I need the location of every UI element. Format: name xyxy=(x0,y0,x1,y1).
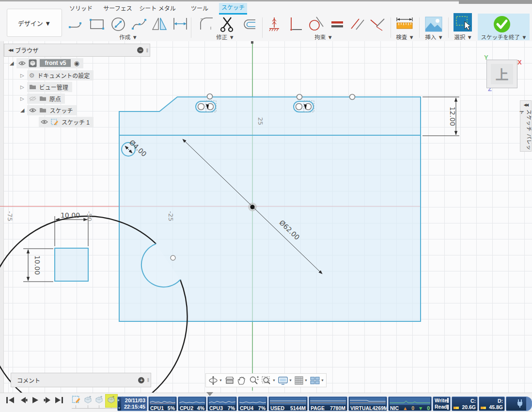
browser-item-label[interactable]: 原点 xyxy=(49,95,61,103)
collapsed-arrow-icon[interactable]: ▷ xyxy=(20,96,24,101)
panel-grip[interactable]: ‖ xyxy=(146,48,148,53)
timeline-feature-extrude-selected[interactable] xyxy=(107,395,116,406)
timeline-feature-sketch[interactable] xyxy=(72,395,81,406)
edge-point-3[interactable] xyxy=(350,95,355,100)
collapsed-arrow-icon[interactable]: ▷ xyxy=(20,73,24,78)
design-workspace-menu[interactable]: デザイン ▼ xyxy=(7,9,62,37)
timeline-feature-extrude[interactable] xyxy=(94,395,104,406)
dropdown-caret-icon[interactable]: ▼ xyxy=(219,379,222,382)
browser-item-sketches[interactable]: ◢ スケッチ xyxy=(20,105,77,115)
browser-item-label[interactable]: ドキュメントの設定 xyxy=(37,71,90,79)
small-square-profile[interactable] xyxy=(55,248,88,281)
navigation-bar: ▼ ▼ ▼ ▼ ▼ xyxy=(205,373,327,387)
browser-item-label[interactable]: front v5 xyxy=(40,59,71,67)
dropdown-caret-icon[interactable]: ▼ xyxy=(272,379,276,382)
spline-tool-button[interactable] xyxy=(130,16,149,33)
sketch-palette-tab[interactable]: ◀◀ スケッチ パレット xyxy=(520,100,532,152)
timeline-step-forward-button[interactable] xyxy=(43,396,54,404)
collinear-constraint-button[interactable] xyxy=(368,16,388,33)
viewcube[interactable]: 上 xyxy=(486,60,517,88)
finish-sketch-button[interactable] xyxy=(492,16,512,33)
zoom-button[interactable] xyxy=(249,376,259,385)
modify-dropdown[interactable]: 修正 ▼ xyxy=(206,33,245,40)
rectangle-tool-button[interactable] xyxy=(87,16,107,33)
timeline-go-to-end-button[interactable] xyxy=(55,396,65,404)
zoom-window-button[interactable]: ▼ xyxy=(261,376,276,385)
collapsed-arrow-icon[interactable]: ▷ xyxy=(20,84,24,90)
tangent-constraint-button[interactable] xyxy=(306,16,326,33)
viewports-button[interactable]: ▼ xyxy=(310,376,324,385)
page-label: PAGE xyxy=(311,405,325,411)
constraints-dropdown[interactable]: 拘束 ▼ xyxy=(304,33,343,40)
edge-point-2[interactable] xyxy=(297,95,302,100)
dropdown-caret-icon[interactable]: ▼ xyxy=(304,379,308,382)
add-comment-icon[interactable]: + xyxy=(138,377,144,383)
trim-tool-button[interactable] xyxy=(218,16,237,33)
insert-image-button[interactable] xyxy=(424,16,443,33)
slot-left-hole-1[interactable] xyxy=(198,104,204,110)
notch-center-point[interactable] xyxy=(171,255,175,260)
browser-item-component[interactable]: ◢ front v5 ◉ xyxy=(10,58,83,68)
minimize-browser-icon[interactable]: − xyxy=(137,47,143,53)
viewcube-top-face[interactable]: 上 xyxy=(491,64,513,84)
panel-grip[interactable]: ‖ xyxy=(147,377,149,383)
select-dropdown[interactable]: 選択 ▼ xyxy=(444,33,483,40)
browser-item-document-settings[interactable]: ▷ ⚙ ドキュメントの設定 xyxy=(20,70,94,80)
offset-tool-button[interactable] xyxy=(239,16,259,33)
browser-item-label[interactable]: スケッチ 1 xyxy=(62,118,90,126)
look-at-button[interactable] xyxy=(224,376,235,385)
grid-settings-button[interactable]: ▼ xyxy=(294,376,308,385)
tab-sketch[interactable]: スケッチ xyxy=(219,3,247,15)
fillet-tool-button[interactable] xyxy=(198,16,217,33)
dropdown-caret-icon[interactable]: ▼ xyxy=(289,379,292,382)
dropdown-caret-icon[interactable]: ▼ xyxy=(321,379,324,382)
edge-point-1[interactable] xyxy=(207,94,213,99)
parallel-constraint-button[interactable] xyxy=(348,16,367,33)
eye-off-icon[interactable] xyxy=(29,96,36,101)
browser-item-view-management[interactable]: ▷ ビュー管理 xyxy=(20,82,72,92)
browser-item-origin[interactable]: ▷ 原点 xyxy=(20,94,65,103)
comments-bar[interactable]: コメント + ‖ xyxy=(11,373,151,387)
expanded-arrow-icon[interactable]: ◢ xyxy=(20,107,24,113)
browser-item-label[interactable]: スケッチ xyxy=(49,106,73,114)
timeline-play-button[interactable] xyxy=(31,396,42,404)
tab-tools[interactable]: ツール xyxy=(186,3,213,15)
line-tool-button[interactable] xyxy=(67,16,86,33)
perpendicular-constraint-button[interactable] xyxy=(286,16,305,33)
circle-tool-button[interactable] xyxy=(109,16,128,33)
profile-outline[interactable] xyxy=(119,97,421,321)
expanded-arrow-icon[interactable]: ◢ xyxy=(10,60,14,66)
timeline-feature-extrude[interactable] xyxy=(83,395,93,406)
browser-item-label[interactable]: ビュー管理 xyxy=(39,83,68,91)
eye-icon[interactable] xyxy=(18,61,26,66)
square-height-dim-text[interactable]: 10.00 xyxy=(33,255,41,275)
timeline-position-marker[interactable] xyxy=(206,392,213,396)
eye-icon[interactable] xyxy=(29,108,36,113)
dimension-tool-button[interactable] xyxy=(171,16,190,33)
finish-sketch-dropdown[interactable]: スケッチを終了 ▼ xyxy=(479,33,529,40)
display-settings-button[interactable]: ▼ xyxy=(278,376,292,385)
mirror-tool-button[interactable] xyxy=(150,16,170,33)
square-width-dim-text[interactable]: 10.00 xyxy=(61,211,80,219)
select-tool-button[interactable] xyxy=(453,14,472,31)
timeline-go-to-start-button[interactable] xyxy=(6,396,16,404)
horizontal-vertical-constraint-button[interactable] xyxy=(266,16,285,33)
sketch-drawing[interactable]: Ø62.00 Ø4.00 12.00 10.00 10.00 -75 -50 -… xyxy=(0,41,532,393)
slot-right-hole-1[interactable] xyxy=(296,104,302,110)
tab-surface[interactable]: サーフェス xyxy=(101,3,135,15)
browser-panel-header[interactable]: ◀◀ ブラウザ − ‖ xyxy=(4,44,150,57)
browser-item-sketch1[interactable]: スケッチ 1 xyxy=(39,117,94,127)
pan-button[interactable] xyxy=(237,376,247,385)
origin-point[interactable] xyxy=(250,205,255,209)
equal-constraint-button[interactable] xyxy=(328,16,347,33)
timeline-step-back-button[interactable] xyxy=(19,396,30,404)
measure-tool-button[interactable] xyxy=(395,16,414,33)
tab-solid[interactable]: ソリッド xyxy=(66,3,96,15)
create-dropdown[interactable]: 作成 ▼ xyxy=(109,33,148,40)
activate-component-icon[interactable]: ◉ xyxy=(74,60,79,67)
collapse-browser-icon[interactable]: ◀◀ xyxy=(8,48,12,52)
tab-sheet-metal[interactable]: シート メタル xyxy=(137,3,178,15)
offset-dim-text[interactable]: 12.00 xyxy=(449,107,456,126)
eye-icon[interactable] xyxy=(41,119,48,125)
orbit-button[interactable]: ▼ xyxy=(208,375,222,386)
